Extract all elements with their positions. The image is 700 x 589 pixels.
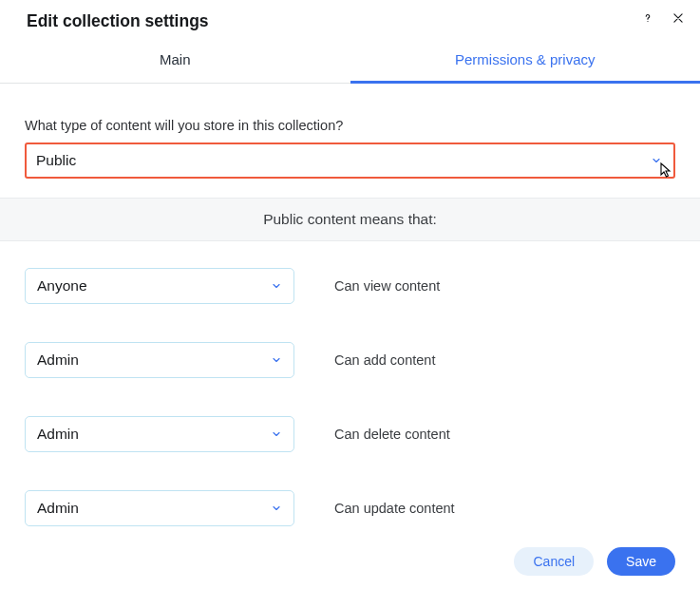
dialog-edit-collection-settings: Edit collection settings Main Permission… — [0, 0, 700, 589]
select-value: Admin — [37, 500, 79, 517]
info-band: Public content means that: — [0, 198, 700, 241]
header-actions — [639, 10, 687, 27]
permission-rows: Anyone Can view content Admin Can add co… — [25, 268, 675, 526]
help-icon[interactable] — [639, 10, 656, 27]
update-role-select[interactable]: Admin — [25, 490, 294, 526]
permission-row-update: Admin Can update content — [25, 490, 675, 526]
content-type-select[interactable]: Public — [25, 142, 675, 179]
view-role-select[interactable]: Anyone — [25, 268, 294, 304]
permission-row-delete: Admin Can delete content — [25, 416, 675, 452]
select-value: Admin — [37, 352, 79, 369]
select-value: Anyone — [37, 277, 87, 294]
save-button[interactable]: Save — [607, 547, 675, 576]
tab-main[interactable]: Main — [0, 42, 350, 83]
tab-permissions-privacy[interactable]: Permissions & privacy — [350, 42, 701, 84]
add-role-select[interactable]: Admin — [25, 342, 294, 378]
select-value: Admin — [37, 426, 79, 443]
permission-row-view: Anyone Can view content — [25, 268, 675, 304]
dialog-body: What type of content will you store in t… — [0, 84, 700, 526]
chevron-down-icon — [271, 280, 282, 292]
chevron-down-icon — [271, 503, 282, 514]
close-icon[interactable] — [670, 10, 687, 27]
permission-row-add: Admin Can add content — [25, 342, 675, 378]
content-type-select-value: Public — [36, 152, 76, 169]
tabs: Main Permissions & privacy — [0, 42, 700, 84]
delete-role-select[interactable]: Admin — [25, 416, 294, 452]
dialog-footer: Cancel Save — [514, 547, 675, 576]
permission-desc: Can add content — [334, 352, 435, 368]
cancel-button[interactable]: Cancel — [514, 547, 594, 576]
chevron-down-icon — [651, 155, 662, 166]
content-type-question-label: What type of content will you store in t… — [25, 118, 675, 133]
chevron-down-icon — [271, 354, 282, 366]
permission-desc: Can update content — [334, 501, 455, 516]
permission-desc: Can view content — [334, 278, 440, 294]
permission-desc: Can delete content — [334, 427, 450, 442]
chevron-down-icon — [271, 428, 282, 440]
dialog-title: Edit collection settings — [27, 11, 673, 31]
svg-point-1 — [647, 21, 648, 22]
dialog-header: Edit collection settings — [0, 0, 700, 36]
